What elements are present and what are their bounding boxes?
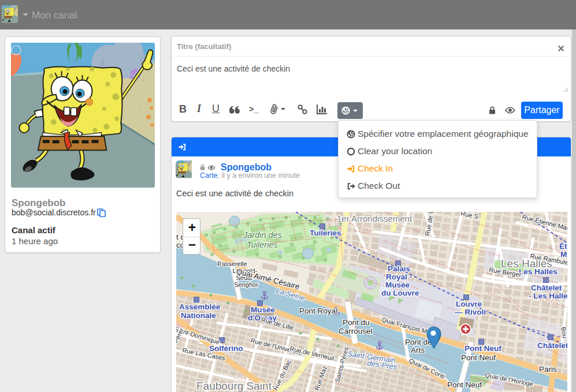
svg-text:Tuileries: Tuileries xyxy=(247,240,278,249)
svg-text:Saint-Dominique: Saint-Dominique xyxy=(176,325,221,345)
svg-text:Pont Royal: Pont Royal xyxy=(299,307,337,315)
svg-text:Bou: Bou xyxy=(560,326,567,338)
svg-text:Les Halles: Les Halles xyxy=(519,267,558,276)
svg-text:Jardin des: Jardin des xyxy=(243,230,282,240)
svg-text:Paris: Paris xyxy=(539,365,557,374)
svg-text:Carrousel: Carrousel xyxy=(339,327,373,335)
svg-text:Pont Neuf: Pont Neuf xyxy=(464,344,501,353)
svg-text:Rue Étienne Marcel: Rue Étienne Marcel xyxy=(522,213,567,233)
svg-text:Assemblée: Assemblée xyxy=(179,303,221,311)
svg-text:M: M xyxy=(560,250,567,259)
svg-text:Rue de Lille: Rue de Lille xyxy=(260,316,294,331)
svg-text:Pérer: Pérer xyxy=(176,327,185,344)
svg-text:Châtelet: Châtelet xyxy=(537,341,567,350)
svg-text:1er Arrondissement: 1er Arrondissement xyxy=(337,214,413,223)
svg-text:Louvre: Louvre xyxy=(456,300,482,308)
svg-text:Châtelet: Châtelet xyxy=(531,283,562,292)
svg-text:Solférino: Solférino xyxy=(209,344,243,353)
svg-text:Rue Maz: Rue Maz xyxy=(313,365,328,391)
svg-text:Saints-Pères: Saints-Pères xyxy=(333,346,350,383)
svg-text:Faubourg Saint-: Faubourg Saint- xyxy=(196,380,275,392)
svg-text:Pont Neuf: Pont Neuf xyxy=(447,380,482,389)
svg-text:Passerelle: Passerelle xyxy=(217,260,247,267)
svg-text:Quai de l'Horloge: Quai de l'Horloge xyxy=(485,371,534,387)
svg-text:Pont du: Pont du xyxy=(343,318,370,327)
svg-text:Tuileries: Tuileries xyxy=(310,229,341,237)
svg-text:Rue S: Rue S xyxy=(460,212,479,220)
svg-text:- Les Halles: - Les Halles xyxy=(529,292,567,300)
svg-text:Musée: Musée xyxy=(385,281,410,289)
svg-text:Nationale: Nationale xyxy=(181,311,216,320)
svg-text:Palais: Palais xyxy=(388,264,410,273)
svg-text:Musée: Musée xyxy=(251,305,276,314)
svg-text:— Rivoli: — Rivoli xyxy=(455,308,486,316)
svg-text:du Louvre: du Louvre xyxy=(381,289,419,297)
svg-text:Quai de Conti: Quai de Conti xyxy=(408,357,446,380)
svg-text:Arts: Arts xyxy=(411,346,425,354)
svg-text:Rue de Va: Rue de Va xyxy=(423,212,436,236)
svg-text:Pont Neuf: Pont Neuf xyxy=(461,353,496,362)
svg-text:Royal -: Royal - xyxy=(386,272,412,281)
svg-text:Senghor: Senghor xyxy=(234,281,258,288)
svg-text:Éti: Éti xyxy=(559,242,567,251)
